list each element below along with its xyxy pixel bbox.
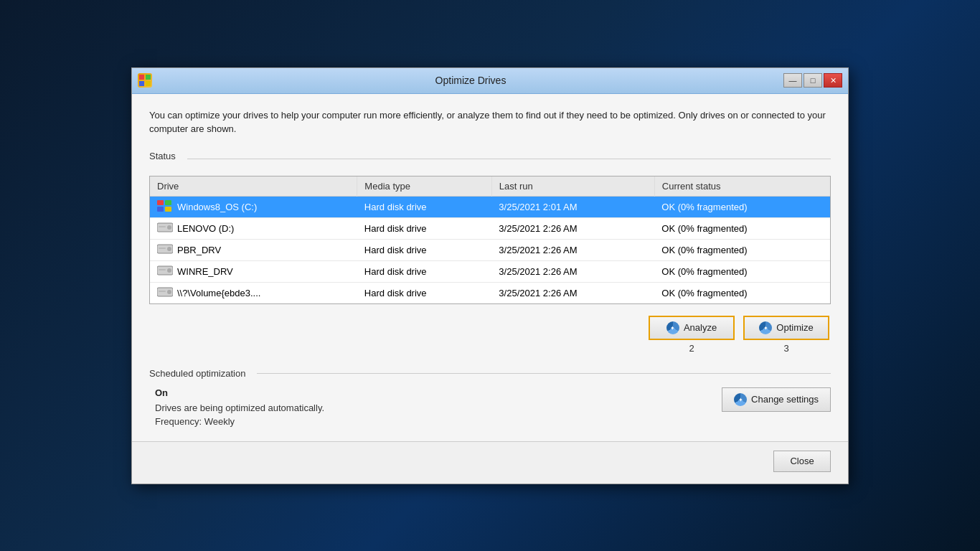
drive-name: PBR_DRV <box>177 245 221 255</box>
current-status-cell: OK (0% fragmented) <box>654 239 830 260</box>
drive-cell: Windows8_OS (C:) <box>150 196 357 217</box>
main-content: You can optimize your drives to help you… <box>132 94 848 441</box>
description-text: You can optimize your drives to help you… <box>149 108 831 136</box>
svg-rect-4 <box>157 200 164 205</box>
svg-point-15 <box>167 268 171 273</box>
optimize-icon <box>759 321 772 334</box>
col-drive: Drive <box>150 176 357 197</box>
table-header-row: Drive Media type Last run Current status <box>150 176 830 197</box>
table-row[interactable]: LENOVO (D:)Hard disk drive3/25/2021 2:26… <box>150 217 830 239</box>
col-media-type: Media type <box>357 176 492 197</box>
svg-rect-2 <box>139 81 144 86</box>
svg-point-12 <box>167 247 171 251</box>
scheduled-frequency: Frequency: Weekly <box>155 416 324 427</box>
media-type-cell: Hard disk drive <box>357 260 492 282</box>
svg-rect-1 <box>146 75 151 80</box>
drive-name: Windows8_OS (C:) <box>177 202 257 212</box>
analyze-label: Analyze <box>684 322 717 333</box>
window-icon <box>138 73 152 88</box>
last-run-cell: 3/25/2021 2:26 AM <box>491 260 654 282</box>
drive-name: \\?\Volume{ebde3.... <box>177 288 260 298</box>
optimize-button[interactable]: Optimize <box>743 316 829 340</box>
scheduled-divider <box>257 373 831 374</box>
drives-table-container: Drive Media type Last run Current status… <box>149 176 831 304</box>
optimize-group: Optimize 3 <box>743 316 829 354</box>
scheduled-section: Scheduled optimization On Drives are bei… <box>149 368 831 427</box>
status-header: Status <box>149 151 831 167</box>
table-row[interactable]: PBR_DRVHard disk drive3/25/2021 2:26 AMO… <box>150 239 830 260</box>
drive-cell: \\?\Volume{ebde3.... <box>150 282 357 303</box>
svg-rect-10 <box>159 226 166 227</box>
scheduled-status: On <box>155 387 324 398</box>
maximize-button[interactable]: □ <box>804 73 822 88</box>
drive-cell: PBR_DRV <box>150 239 357 260</box>
analyze-group: Analyze 2 <box>649 316 735 354</box>
last-run-cell: 3/25/2021 2:26 AM <box>491 239 654 260</box>
status-label: Status <box>149 151 176 161</box>
status-divider <box>187 159 831 159</box>
drive-cell: LENOVO (D:) <box>150 217 357 239</box>
media-type-cell: Hard disk drive <box>357 282 492 303</box>
last-run-cell: 3/25/2021 2:01 AM <box>491 196 654 217</box>
change-settings-button[interactable]: Change settings <box>722 387 831 412</box>
drive-icon <box>157 265 173 278</box>
svg-rect-3 <box>146 81 151 86</box>
optimize-annotation: 3 <box>783 343 788 354</box>
svg-rect-13 <box>159 248 166 249</box>
table-row[interactable]: \\?\Volume{ebde3....Hard disk drive3/25/… <box>150 282 830 303</box>
scheduled-title: Scheduled optimization <box>149 368 245 379</box>
svg-rect-16 <box>159 269 166 270</box>
svg-rect-6 <box>157 207 164 212</box>
change-settings-label: Change settings <box>751 394 819 405</box>
drives-table: Drive Media type Last run Current status… <box>150 176 830 303</box>
current-status-cell: OK (0% fragmented) <box>654 260 830 282</box>
scheduled-header: Scheduled optimization <box>149 368 831 379</box>
current-status-cell: OK (0% fragmented) <box>654 282 830 303</box>
window-controls: — □ ✕ <box>783 73 842 88</box>
drive-icon <box>157 286 173 300</box>
analyze-button[interactable]: Analyze <box>649 316 735 340</box>
settings-icon <box>734 393 747 406</box>
drive-icon <box>157 222 173 235</box>
media-type-cell: Hard disk drive <box>357 196 492 217</box>
col-last-run: Last run <box>491 176 654 197</box>
analyze-annotation: 2 <box>689 343 694 354</box>
drive-cell: WINRE_DRV <box>150 260 357 282</box>
svg-rect-0 <box>139 75 144 80</box>
col-current-status: Current status <box>654 176 830 197</box>
action-button-row: Analyze 2 Optimize 3 <box>149 316 831 354</box>
svg-point-18 <box>167 290 171 294</box>
svg-point-9 <box>167 225 171 230</box>
minimize-button[interactable]: — <box>783 73 802 88</box>
optimize-drives-window: Optimize Drives — □ ✕ You can optimize y… <box>131 67 849 484</box>
current-status-cell: OK (0% fragmented) <box>654 217 830 239</box>
dialog-footer: Close <box>132 441 848 484</box>
table-row[interactable]: WINRE_DRVHard disk drive3/25/2021 2:26 A… <box>150 260 830 282</box>
analyze-icon <box>666 321 679 334</box>
optimize-label: Optimize <box>776 322 813 333</box>
close-title-button[interactable]: ✕ <box>824 73 842 88</box>
media-type-cell: Hard disk drive <box>357 239 492 260</box>
drive-name: LENOVO (D:) <box>177 223 234 234</box>
drive-icon <box>157 200 173 214</box>
table-row[interactable]: Windows8_OS (C:)Hard disk drive3/25/2021… <box>150 196 830 217</box>
scheduled-body: On Drives are being optimized automatica… <box>149 387 324 427</box>
last-run-cell: 3/25/2021 2:26 AM <box>491 217 654 239</box>
svg-rect-5 <box>165 200 171 205</box>
current-status-cell: OK (0% fragmented) <box>654 196 830 217</box>
drive-name: WINRE_DRV <box>177 266 233 277</box>
title-bar: Optimize Drives — □ ✕ <box>132 68 848 94</box>
close-button[interactable]: Close <box>773 451 831 472</box>
drive-icon <box>157 243 173 257</box>
window-title: Optimize Drives <box>158 75 783 86</box>
last-run-cell: 3/25/2021 2:26 AM <box>491 282 654 303</box>
media-type-cell: Hard disk drive <box>357 217 492 239</box>
scheduled-description: Drives are being optimized automatically… <box>155 402 324 413</box>
svg-rect-7 <box>165 207 171 212</box>
svg-rect-19 <box>159 291 166 292</box>
